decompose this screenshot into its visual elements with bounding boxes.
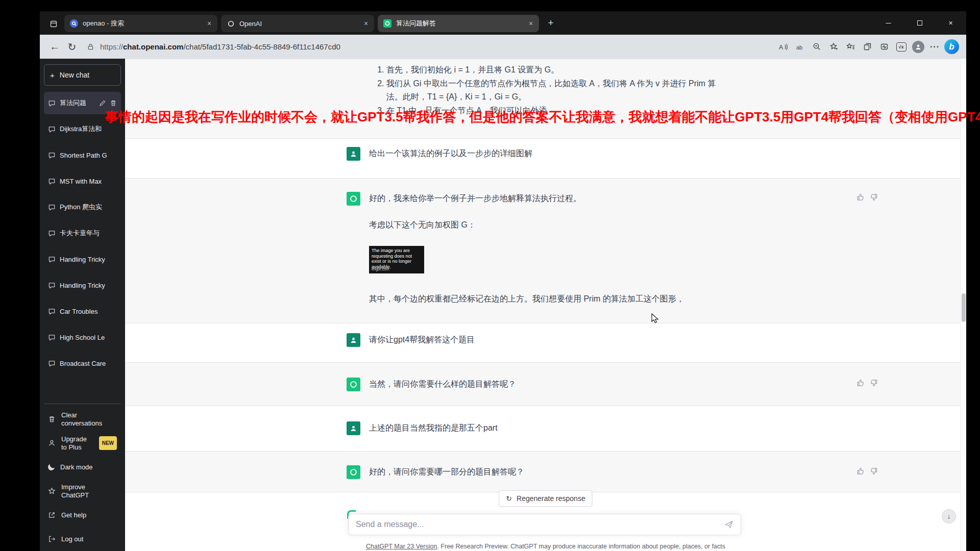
assistant-paragraph: 其中，每个边的权重都已经标记在边的上方。我们想要使用 Prim 的算法加工这个图… — [369, 292, 684, 306]
broken-image-placeholder: The image you are requesting does not ex… — [369, 246, 424, 273]
assistant-message-scrolled: 首先，我们初始化 i = 1，并且将 G1 设置为 G。 我们从 Gi 中取出一… — [125, 59, 966, 139]
tab-title: OpenAI — [239, 20, 357, 28]
send-button[interactable] — [724, 520, 733, 529]
thumbs-up-icon[interactable] — [856, 193, 865, 202]
scroll-to-bottom-button[interactable]: ↓ — [942, 509, 956, 523]
chat-footer: ChatGPT Mar 23 Version. Free Research Pr… — [366, 543, 725, 550]
settings-more-button[interactable]: ··· — [926, 38, 943, 55]
sidebar-item-chat[interactable]: High School Le — [44, 326, 121, 348]
openai-favicon-icon — [227, 19, 235, 28]
lock-icon — [87, 43, 94, 51]
chat-title: 算法问题 — [60, 98, 95, 108]
assistant-message-text: 好的，请问你需要哪一部分的题目解答呢？ — [369, 465, 524, 479]
sidebar-item-chat[interactable]: Car Troubles — [44, 300, 121, 322]
page-scrollbar[interactable] — [960, 59, 966, 551]
edit-chat-icon[interactable] — [99, 99, 106, 107]
close-window-button[interactable]: × — [935, 11, 966, 35]
new-chat-button[interactable]: + New chat — [44, 64, 121, 86]
tab-chatgpt-active[interactable]: 算法问题解答 × — [378, 15, 539, 32]
favorites-button[interactable] — [842, 38, 859, 55]
profile-button[interactable] — [910, 38, 926, 55]
read-aloud-button[interactable]: A — [775, 38, 792, 55]
message-input-box[interactable] — [348, 514, 741, 535]
bing-icon: b — [944, 39, 959, 54]
minimize-button[interactable]: ─ — [873, 11, 904, 35]
tab-close-icon[interactable]: × — [205, 19, 214, 28]
sidebar-item-chat[interactable]: Broadcast Care — [44, 352, 121, 374]
chatgpt-favicon-icon — [383, 19, 391, 28]
zoom-button[interactable] — [808, 38, 825, 55]
tab-close-icon[interactable]: × — [526, 19, 535, 28]
browser-essentials-button[interactable] — [876, 38, 893, 55]
chat-title: MST with Max — [60, 178, 117, 185]
thumbs-down-icon[interactable] — [870, 193, 878, 202]
collections-button[interactable] — [859, 38, 876, 55]
bing-discover-button[interactable]: b — [943, 38, 960, 55]
scrollbar-thumb[interactable] — [962, 293, 966, 322]
favorites-star-icon — [846, 42, 855, 51]
chat-title: High School Le — [60, 334, 117, 341]
chat-title: Broadcast Care — [60, 360, 117, 367]
clear-conversations-button[interactable]: Clear conversations — [44, 407, 121, 431]
chat-title: Shortest Path G — [60, 152, 117, 159]
new-chat-label: New chat — [60, 71, 89, 79]
regenerate-response-button[interactable]: ↻ Regenerate response — [499, 490, 592, 507]
sidebar-item-chat[interactable]: MST with Max — [44, 170, 121, 192]
get-help-label: Get help — [61, 511, 86, 519]
chat-title: 卡夫卡童年与 — [60, 229, 117, 238]
log-out-button[interactable]: Log out — [44, 527, 121, 551]
sidebar-item-chat[interactable]: Handling Tricky — [44, 248, 121, 270]
site-info-button[interactable] — [87, 43, 94, 51]
collections-icon — [863, 42, 872, 51]
message-input[interactable] — [356, 520, 724, 529]
add-favorite-button[interactable] — [825, 38, 842, 55]
tab-close-icon[interactable]: × — [361, 19, 371, 28]
back-button[interactable]: ← — [46, 38, 63, 56]
improve-chatgpt-button[interactable]: Improve ChatGPT — [44, 479, 121, 503]
clear-conversations-label: Clear conversations — [61, 411, 110, 428]
chatgpt-sidebar: + New chat 算法问题 Dijkstra算法和 Shortest Pat… — [40, 59, 125, 551]
tab-title: 算法问题解答 — [396, 19, 522, 28]
thumbs-down-icon[interactable] — [870, 379, 878, 387]
tab-title: openao - 搜索 — [83, 19, 200, 28]
sidebar-item-chat[interactable]: Handling Tricky — [44, 274, 121, 296]
dark-mode-button[interactable]: Dark mode — [44, 455, 121, 479]
upgrade-to-plus-button[interactable]: Upgrade to Plus NEW — [44, 431, 121, 455]
regenerate-label: Regenerate response — [517, 494, 585, 503]
url-domain: chat.openai.com — [123, 42, 183, 51]
user-message-row: 请你让gpt4帮我解答这个题目 — [125, 323, 966, 362]
thumbs-up-icon[interactable] — [856, 467, 865, 475]
version-link[interactable]: ChatGPT Mar 23 Version — [366, 543, 437, 550]
math-solver-icon: √x — [896, 42, 906, 52]
assistant-avatar — [347, 378, 360, 391]
translate-button[interactable]: ab — [792, 38, 808, 55]
get-help-button[interactable]: Get help — [44, 503, 121, 527]
footer-text: . Free Research Preview. ChatGPT may pro… — [437, 543, 725, 550]
new-tab-button[interactable]: + — [544, 16, 558, 30]
user-avatar — [347, 421, 360, 435]
chat-bubble-icon — [48, 308, 56, 315]
chat-title: Handling Tricky — [60, 282, 117, 289]
thumbs-down-icon[interactable] — [870, 467, 878, 475]
address-bar[interactable]: https://chat.openai.com/chat/5fad1731-5f… — [100, 42, 340, 51]
tab-search[interactable]: openao - 搜索 × — [64, 15, 217, 32]
refresh-button[interactable]: ↻ — [63, 38, 81, 56]
assistant-message-row: 好的，我来给你举一个例子并一步步地解释算法执行过程。 考虑以下这个无向加权图 G… — [125, 178, 966, 323]
browser-essentials-icon — [880, 42, 889, 51]
assistant-message-body: 好的，我来给你举一个例子并一步步地解释算法执行过程。 考虑以下这个无向加权图 G… — [369, 192, 684, 306]
user-message-text: 给出一个该算法的例子以及一步步的详细图解 — [369, 147, 532, 161]
chat-bubble-icon — [48, 178, 56, 185]
sidebar-item-chat[interactable]: 卡夫卡童年与 — [44, 222, 121, 244]
browser-window: openao - 搜索 × OpenAI × 算法问题解答 × + ─ — [40, 11, 966, 551]
thumbs-up-icon[interactable] — [856, 379, 865, 387]
person-icon — [48, 439, 56, 447]
math-solver-button[interactable]: √x — [893, 38, 910, 55]
tab-openai[interactable]: OpenAI × — [221, 15, 374, 32]
tab-list: openao - 搜索 × OpenAI × 算法问题解答 × — [64, 15, 539, 32]
tab-actions-button[interactable] — [47, 17, 60, 31]
delete-chat-icon[interactable] — [110, 99, 117, 107]
sidebar-item-chat[interactable]: Shortest Path G — [44, 144, 121, 166]
feedback-buttons — [856, 467, 878, 475]
sidebar-item-chat[interactable]: Python 爬虫实 — [44, 196, 121, 218]
maximize-button[interactable] — [904, 11, 935, 35]
